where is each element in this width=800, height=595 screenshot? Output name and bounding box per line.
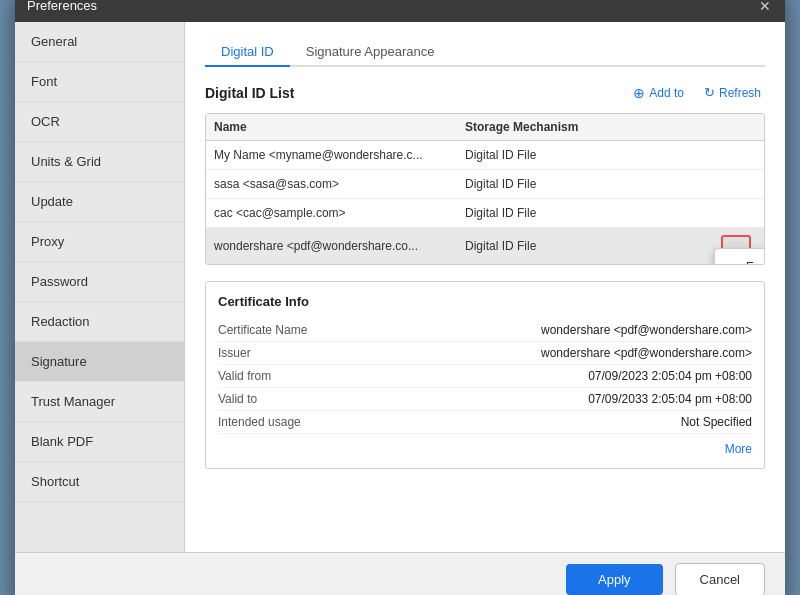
sidebar-item-redaction[interactable]: Redaction xyxy=(15,302,184,342)
digital-id-section-header: Digital ID List ⊕ Add to ↻ Refresh xyxy=(205,83,765,103)
table-row[interactable]: cac <cac@sample.com> Digital ID File xyxy=(206,199,764,228)
title-bar: Preferences ✕ xyxy=(15,0,785,22)
dialog-footer: Apply Cancel xyxy=(15,552,785,596)
sidebar-item-update[interactable]: Update xyxy=(15,182,184,222)
tab-digital-id[interactable]: Digital ID xyxy=(205,38,290,67)
col-name-header: Name xyxy=(214,120,465,134)
tab-signature-appearance[interactable]: Signature Appearance xyxy=(290,38,451,67)
digital-id-table: Name Storage Mechanism My Name <myname@w… xyxy=(205,113,765,265)
sidebar-item-shortcut[interactable]: Shortcut xyxy=(15,462,184,502)
table-row[interactable]: sasa <sasa@sas.com> Digital ID File xyxy=(206,170,764,199)
sidebar-item-trust-manager[interactable]: Trust Manager xyxy=(15,382,184,422)
table-header: Name Storage Mechanism xyxy=(206,114,764,141)
section-actions: ⊕ Add to ↻ Refresh xyxy=(629,83,765,103)
digital-id-list-title: Digital ID List xyxy=(205,85,294,101)
context-menu: ↗ Export 🗑 Delete xyxy=(714,248,765,265)
cert-row-valid-to: Valid to 07/09/2033 2:05:04 pm +08:00 xyxy=(218,388,752,411)
cert-row-issuer: Issuer wondershare <pdf@wondershare.com> xyxy=(218,342,752,365)
close-button[interactable]: ✕ xyxy=(757,0,773,14)
main-content: Digital ID Signature Appearance Digital … xyxy=(185,22,785,552)
cert-row-usage: Intended usage Not Specified xyxy=(218,411,752,434)
cert-row-valid-from: Valid from 07/09/2023 2:05:04 pm +08:00 xyxy=(218,365,752,388)
table-row-selected[interactable]: wondershare <pdf@wondershare.co... Digit… xyxy=(206,228,764,264)
dialog-body: GeneralFontOCRUnits & GridUpdateProxyPas… xyxy=(15,22,785,552)
refresh-button[interactable]: ↻ Refresh xyxy=(700,83,765,102)
sidebar-item-units-grid[interactable]: Units & Grid xyxy=(15,142,184,182)
sidebar: GeneralFontOCRUnits & GridUpdateProxyPas… xyxy=(15,22,185,552)
export-menu-item[interactable]: ↗ Export xyxy=(715,253,765,265)
dialog-title: Preferences xyxy=(27,0,97,13)
sidebar-item-signature[interactable]: Signature xyxy=(15,342,184,382)
cert-info-title: Certificate Info xyxy=(218,294,752,309)
add-to-button[interactable]: ⊕ Add to xyxy=(629,83,688,103)
sidebar-item-general[interactable]: General xyxy=(15,22,184,62)
sidebar-item-blank-pdf[interactable]: Blank PDF xyxy=(15,422,184,462)
sidebar-item-proxy[interactable]: Proxy xyxy=(15,222,184,262)
sidebar-item-password[interactable]: Password xyxy=(15,262,184,302)
tab-bar: Digital ID Signature Appearance xyxy=(205,38,765,67)
table-row[interactable]: My Name <myname@wondershare.c... Digital… xyxy=(206,141,764,170)
certificate-info-section: Certificate Info Certificate Name wonder… xyxy=(205,281,765,469)
col-storage-header: Storage Mechanism xyxy=(465,120,716,134)
plus-circle-icon: ⊕ xyxy=(633,85,645,101)
export-icon: ↗ xyxy=(727,260,738,265)
more-link[interactable]: More xyxy=(218,442,752,456)
cancel-button[interactable]: Cancel xyxy=(675,563,765,596)
apply-button[interactable]: Apply xyxy=(566,564,663,595)
preferences-dialog: Preferences ✕ GeneralFontOCRUnits & Grid… xyxy=(15,0,785,595)
sidebar-item-font[interactable]: Font xyxy=(15,62,184,102)
sidebar-item-ocr[interactable]: OCR xyxy=(15,102,184,142)
cert-row-name: Certificate Name wondershare <pdf@wonder… xyxy=(218,319,752,342)
refresh-icon: ↻ xyxy=(704,85,715,100)
